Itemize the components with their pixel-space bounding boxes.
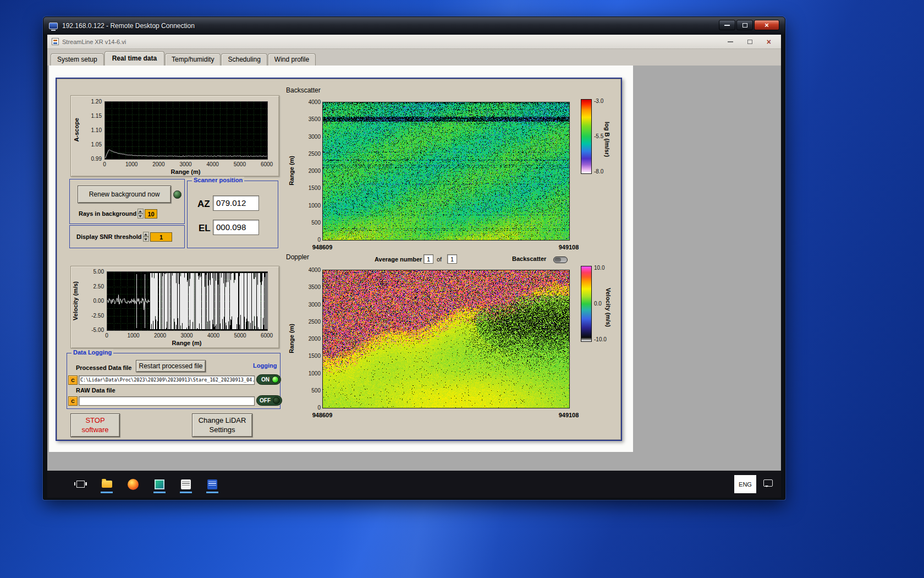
doppler-colorbar-label: Velocity (m/s) (604, 269, 612, 346)
app-minimize-icon[interactable] (728, 41, 733, 42)
doppler-yticks: 40003500300025002000150010005000 (298, 270, 321, 407)
tab-scheduling[interactable]: Scheduling (221, 53, 267, 66)
tick-label: 3000 (309, 301, 321, 307)
rdp-titlebar[interactable]: 192.168.0.122 - Remote Desktop Connectio… (43, 17, 785, 35)
image-viewer-button[interactable] (153, 475, 166, 494)
app-restore-icon[interactable] (747, 40, 752, 44)
tick-label: 0.0 (594, 301, 602, 307)
velocity-frame: Velocity (m/s) 5.002.500.00-2.50-5.00 01… (70, 266, 279, 348)
change-line2: Settings (210, 426, 235, 434)
renew-background-button[interactable]: Renew background now (78, 186, 171, 203)
ascope-xticks: 0100020003000400050006000 (105, 161, 267, 168)
processed-logging-toggle[interactable]: ON (256, 374, 281, 385)
el-value[interactable]: 000.098 (213, 220, 259, 235)
tick-label: 5000 (234, 161, 246, 167)
of-label: of (437, 256, 442, 263)
snr-value[interactable]: 1 (150, 232, 172, 242)
backscatter-ylabel: Range (m) (288, 102, 295, 239)
backscatter-toggle[interactable] (553, 257, 568, 263)
tab-page: A-scope 1.201.151.101.050.99 01000200030… (49, 66, 633, 452)
tab-real-time-data[interactable]: Real time data (105, 51, 164, 66)
scanner-group-title: Scanner position (192, 177, 244, 183)
renew-background-led (173, 190, 182, 199)
snr-threshold-label: Display SNR threshold (76, 233, 142, 240)
restart-processed-button[interactable]: Restart processed file (136, 360, 206, 372)
app-titlebar[interactable]: StreamLine XR v14-6.vi × (47, 35, 781, 49)
processed-path-field[interactable]: C:\Lidar\Data\Proc\2023\202309\20230913\… (79, 375, 255, 385)
app-close-icon[interactable]: × (767, 38, 771, 46)
rdp-maximize-button[interactable] (736, 20, 753, 30)
az-value[interactable]: 079.012 (213, 195, 259, 211)
backscatter-title: Backscatter (286, 86, 321, 94)
raw-path-field[interactable] (79, 396, 255, 406)
tick-label: 1.20 (91, 99, 102, 105)
velocity-xticks: 0100020003000400050006000 (107, 332, 267, 339)
on-label: ON (261, 377, 270, 383)
notification-icon[interactable] (763, 479, 773, 487)
tab-system-setup[interactable]: System setup (51, 53, 104, 66)
remote-desktop: StreamLine XR v14-6.vi × System setup Re… (47, 35, 781, 498)
firefox-icon (128, 479, 139, 490)
stop-line2: software (81, 426, 108, 434)
snr-group: Display SNR threshold 1 (69, 225, 185, 248)
task-view-button[interactable] (74, 475, 87, 494)
average-value-field[interactable]: 1 (424, 254, 433, 264)
tick-label: 500 (311, 219, 321, 225)
backscatter-toggle-label: Backscatter (512, 255, 546, 262)
az-label: AZ (197, 199, 210, 210)
app-title: StreamLine XR v14-6.vi (62, 39, 126, 45)
scanner-group: Scanner position AZ 079.012 EL 000.098 (187, 181, 278, 248)
app-window-controls: × (728, 38, 777, 46)
lidar-app-button[interactable] (206, 475, 219, 494)
processed-drive-button[interactable]: C (68, 375, 78, 385)
raw-file-label: RAW Data file (76, 387, 116, 394)
tick-label: 5.00 (94, 269, 104, 275)
tick-label: 2000 (309, 168, 321, 174)
minimize-icon (724, 25, 730, 26)
tick-label: 4000 (207, 161, 219, 167)
rdp-close-button[interactable]: × (754, 20, 779, 30)
average-total-field[interactable]: 1 (447, 254, 457, 264)
rays-in-background-label: Rays in background (79, 210, 136, 217)
tick-label: 1000 (127, 332, 139, 339)
maximize-icon (743, 23, 747, 28)
ascope-yticks: 1.201.151.101.050.99 (81, 101, 102, 159)
change-line1: Change LiDAR (199, 416, 246, 425)
tick-label: 3500 (309, 284, 321, 290)
scan-scheduler-button[interactable] (179, 475, 193, 494)
tick-label: 10.0 (594, 265, 604, 271)
rays-value[interactable]: 10 (145, 209, 157, 219)
tab-wind-profile[interactable]: Wind profile (268, 53, 316, 66)
tick-label: 6000 (261, 332, 273, 339)
firefox-button[interactable] (127, 475, 140, 494)
tick-label: 3000 (180, 332, 193, 339)
tick-label: 3000 (179, 161, 191, 167)
background-group: Renew background now Rays in background … (69, 179, 185, 224)
snr-spinner[interactable] (143, 232, 149, 242)
change-settings-button[interactable]: Change LiDAR Settings (192, 413, 252, 437)
processed-file-label: Processed Data file (76, 364, 132, 371)
raw-logging-toggle[interactable]: OFF (256, 395, 282, 406)
tick-label: -3.0 (594, 98, 603, 104)
tick-label: 0 (105, 332, 108, 339)
rays-spinner[interactable] (138, 209, 144, 219)
backscatter-colorbar-label: log B (/m/sr) (603, 101, 611, 178)
off-led (273, 397, 280, 404)
backscatter-yticks: 40003500300025002000150010005000 (298, 102, 321, 239)
logging-label: Logging (253, 362, 277, 369)
raw-drive-button[interactable]: C (68, 396, 78, 406)
tick-label: 4000 (207, 332, 219, 339)
rdp-minimize-button[interactable] (719, 20, 735, 30)
tab-temp-humidity[interactable]: Temp/humidity (165, 53, 221, 66)
doppler-title: Doppler (286, 253, 309, 261)
task-view-icon (76, 481, 85, 488)
tick-label: 2000 (309, 336, 321, 342)
tick-label: 0 (103, 161, 106, 167)
backscatter-x-end: 949108 (553, 244, 584, 250)
doppler-x-start: 948609 (307, 412, 338, 418)
off-label: OFF (260, 397, 271, 403)
rdp-computer-icon (49, 23, 58, 29)
stop-software-button[interactable]: STOP software (70, 413, 120, 437)
language-indicator[interactable]: ENG (734, 475, 756, 493)
file-explorer-button[interactable] (100, 475, 113, 494)
